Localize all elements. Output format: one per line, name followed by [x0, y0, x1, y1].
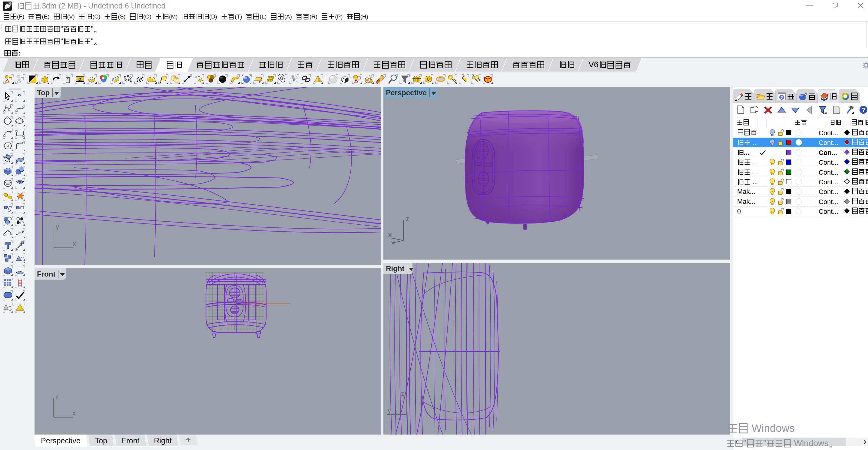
svg-text:6: 6 — [9, 2, 11, 5]
svg-text:x: x — [388, 231, 392, 238]
svg-text:y: y — [391, 238, 395, 244]
svg-text:z: z — [406, 217, 409, 223]
svg-text:z: z — [55, 393, 59, 400]
svg-text:?: ? — [780, 95, 783, 100]
svg-text:x: x — [73, 240, 76, 248]
svg-text:z: z — [401, 390, 404, 397]
svg-text:ID:: ID: — [78, 77, 82, 82]
svg-text:?: ? — [862, 107, 865, 113]
svg-text:y: y — [388, 406, 391, 414]
svg-text:x: x — [72, 410, 76, 417]
svg-text:U: U — [427, 77, 430, 82]
svg-text:y: y — [56, 224, 59, 230]
